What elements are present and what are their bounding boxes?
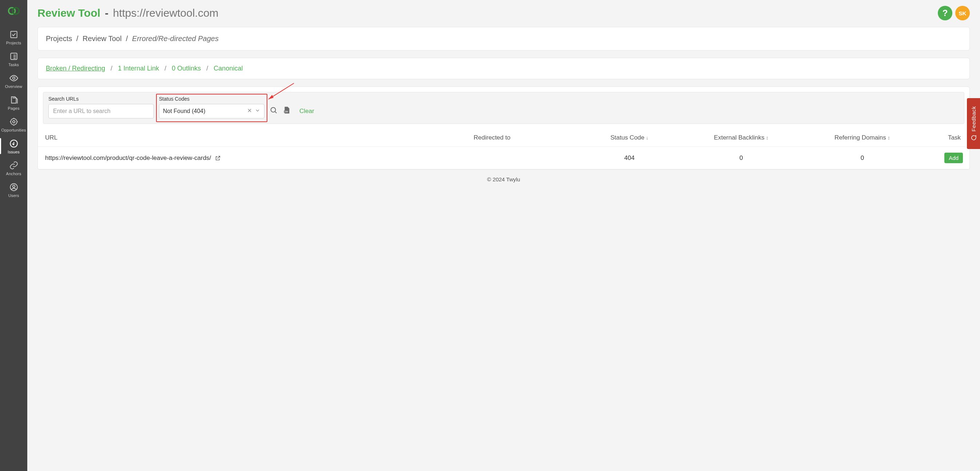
tab-canonical[interactable]: Canonical <box>213 65 243 72</box>
avatar-initials: SK <box>959 10 967 16</box>
breadcrumb-card: Projects / Review Tool / Errored/Re-dire… <box>37 27 970 51</box>
sort-icon: ↕ <box>888 135 890 141</box>
chat-icon <box>970 135 977 141</box>
search-button[interactable] <box>270 106 278 116</box>
help-icon: ? <box>943 8 948 18</box>
status-select[interactable]: Not Found (404) <box>159 104 264 119</box>
col-backlinks[interactable]: External Backlinks↕ <box>681 129 802 147</box>
breadcrumb-projects[interactable]: Projects <box>46 35 72 43</box>
cell-url: https://reviewtool.com/product/qr-code-l… <box>38 147 466 170</box>
tabs: Broken / Redirecting / 1 Internal Link /… <box>38 58 969 79</box>
table-row: https://reviewtool.com/product/qr-code-l… <box>38 147 969 170</box>
results-table: URL Redirected to Status Code↓ External … <box>38 129 969 170</box>
nav-label: Anchors <box>6 171 21 176</box>
svg-point-12 <box>13 121 15 123</box>
chevron-down-icon[interactable] <box>255 108 261 115</box>
footer: © 2024 Twylu <box>27 170 980 186</box>
nav-opportunities[interactable]: Opportunities <box>0 113 27 135</box>
svg-line-19 <box>275 111 277 113</box>
svg-point-11 <box>11 119 17 125</box>
col-task: Task <box>923 129 969 147</box>
svg-point-15 <box>13 186 15 187</box>
nav-label: Issues <box>8 150 20 154</box>
feedback-tab[interactable]: Feedback <box>967 98 980 149</box>
external-link-icon[interactable] <box>215 155 221 161</box>
status-field: Status Codes Not Found (404) <box>159 96 264 119</box>
title-separator: - <box>103 7 110 19</box>
table-header-row: URL Redirected to Status Code↓ External … <box>38 129 969 147</box>
results-card: Search URLs Status Codes Not Found (404) <box>37 87 970 170</box>
status-highlight-annotation: Status Codes Not Found (404) <box>156 94 267 122</box>
svg-point-10 <box>13 77 15 79</box>
svg-point-1 <box>13 8 19 14</box>
nav-issues[interactable]: Issues <box>0 135 27 157</box>
sort-down-icon: ↓ <box>646 135 649 141</box>
tab-outlinks[interactable]: 0 Outlinks <box>172 65 201 72</box>
cell-status: 404 <box>578 147 681 170</box>
topbar: Review Tool - https://reviewtool.com ? S… <box>27 0 980 23</box>
tab-sep: / <box>107 65 116 72</box>
col-url[interactable]: URL <box>38 129 466 147</box>
nav-projects[interactable]: Projects <box>0 26 27 48</box>
project-url: https://reviewtool.com <box>113 7 219 19</box>
nav-label: Projects <box>6 41 21 45</box>
filter-bar: Search URLs Status Codes Not Found (404) <box>43 92 964 124</box>
nav-label: Users <box>8 193 19 198</box>
tab-broken-redirecting[interactable]: Broken / Redirecting <box>46 65 105 72</box>
svg-text:CSV: CSV <box>285 111 288 113</box>
main-content: Review Tool - https://reviewtool.com ? S… <box>27 0 980 471</box>
search-input[interactable] <box>48 104 154 119</box>
nav-anchors[interactable]: Anchors <box>0 157 27 179</box>
nav-pages[interactable]: Pages <box>0 92 27 113</box>
nav-overview[interactable]: Overview <box>0 70 27 92</box>
nav-users[interactable]: Users <box>0 179 27 201</box>
project-name: Review Tool <box>37 7 100 19</box>
tab-internal-link[interactable]: 1 Internal Link <box>118 65 159 72</box>
nav-label: Tasks <box>8 62 19 67</box>
search-field: Search URLs <box>48 96 154 119</box>
col-status[interactable]: Status Code↓ <box>578 129 681 147</box>
cell-redirected <box>466 147 578 170</box>
clear-select-icon[interactable] <box>247 108 253 115</box>
breadcrumb-sep: / <box>74 35 81 43</box>
tabs-card: Broken / Redirecting / 1 Internal Link /… <box>37 58 970 79</box>
export-csv-button[interactable]: CSV <box>283 106 291 116</box>
nav-label: Overview <box>5 84 22 89</box>
sort-icon: ↕ <box>766 135 768 141</box>
col-redirected[interactable]: Redirected to <box>466 129 578 147</box>
nav-label: Pages <box>8 106 19 111</box>
svg-rect-2 <box>11 31 17 37</box>
search-label: Search URLs <box>48 96 154 102</box>
tab-sep: / <box>203 65 212 72</box>
svg-point-18 <box>271 108 276 112</box>
user-avatar[interactable]: SK <box>955 6 970 21</box>
col-domains[interactable]: Referring Domains↕ <box>802 129 923 147</box>
breadcrumb: Projects / Review Tool / Errored/Re-dire… <box>38 27 969 50</box>
sidebar: Projects Tasks Overview Pages Opportunit… <box>0 0 27 471</box>
breadcrumb-project[interactable]: Review Tool <box>83 35 121 43</box>
app-logo-icon <box>7 4 21 17</box>
help-button[interactable]: ? <box>938 6 952 21</box>
page-title: Review Tool - https://reviewtool.com <box>37 7 219 19</box>
add-task-button[interactable]: Add <box>944 153 963 163</box>
nav-label: Opportunities <box>1 128 26 132</box>
tab-sep: / <box>161 65 170 72</box>
breadcrumb-sep: / <box>124 35 130 43</box>
status-value: Not Found (404) <box>163 108 205 114</box>
breadcrumb-current: Errored/Re-directed Pages <box>132 35 219 43</box>
cell-task: Add <box>923 147 969 170</box>
status-label: Status Codes <box>159 96 264 102</box>
cell-backlinks: 0 <box>681 147 802 170</box>
cell-domains: 0 <box>802 147 923 170</box>
clear-filters-button[interactable]: Clear <box>299 108 314 115</box>
nav-tasks[interactable]: Tasks <box>0 48 27 70</box>
feedback-label: Feedback <box>970 106 977 132</box>
